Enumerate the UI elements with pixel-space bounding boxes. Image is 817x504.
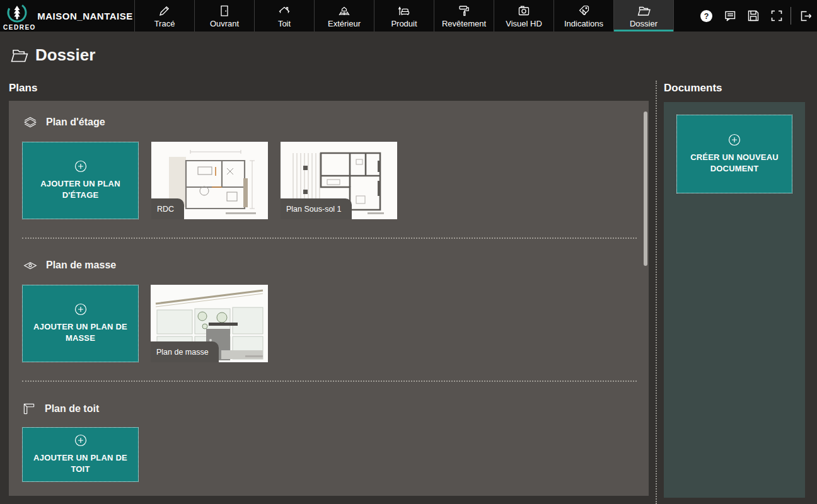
section-separator bbox=[22, 238, 637, 239]
add-button-label: AJOUTER UN PLAN DE MASSE bbox=[23, 321, 138, 343]
section-plan-masse-header: Plan de masse bbox=[22, 258, 116, 273]
add-icon bbox=[728, 134, 741, 146]
tab-indications[interactable]: Indications bbox=[553, 0, 613, 32]
thumbnail-label: Plan de masse bbox=[151, 341, 219, 362]
top-bar: CEDREO MAISON_NANTAISE Tracé Ouvrant bbox=[0, 0, 817, 32]
save-button[interactable] bbox=[741, 0, 765, 32]
cedreo-logo-icon bbox=[4, 2, 31, 25]
tab-produit[interactable]: Produit bbox=[374, 0, 434, 32]
floor-plan-thumbnail-sous-sol[interactable]: Plan Sous-sol 1 bbox=[281, 142, 397, 219]
section-separator bbox=[22, 381, 637, 382]
add-button-label: AJOUTER UN PLAN D'ÉTAGE bbox=[23, 178, 138, 200]
main-tabs: Tracé Ouvrant Toit Extérieur bbox=[134, 0, 674, 32]
topbar-actions: ? bbox=[695, 0, 817, 32]
tab-label: Tracé bbox=[154, 19, 175, 28]
thumbnail-label: Plan Sous-sol 1 bbox=[281, 198, 352, 219]
folder-icon bbox=[636, 4, 651, 18]
fullscreen-icon bbox=[770, 9, 784, 23]
camera-icon bbox=[517, 4, 531, 18]
create-document-label: CRÉER UN NOUVEAU DOCUMENT bbox=[677, 152, 792, 174]
tab-label: Visuel HD bbox=[506, 19, 542, 28]
add-button-label: AJOUTER UN PLAN DE TOIT bbox=[23, 452, 138, 474]
section-title: Plan de masse bbox=[46, 260, 116, 271]
section-plan-etage-header: Plan d'étage bbox=[22, 115, 105, 130]
folder-open-icon bbox=[9, 47, 29, 64]
roof-corner-icon bbox=[21, 401, 37, 416]
help-icon: ? bbox=[699, 9, 714, 23]
pencil-icon bbox=[158, 4, 171, 18]
section-plan-toit-header: Plan de toit bbox=[21, 401, 99, 416]
floor-plan-thumbnail-rdc[interactable]: RDC bbox=[151, 142, 268, 219]
svg-text:?: ? bbox=[704, 12, 709, 21]
cedreo-logo[interactable]: CEDREO bbox=[3, 1, 37, 32]
add-icon bbox=[74, 160, 87, 173]
page-title: Dossier bbox=[35, 45, 95, 65]
panel-divider bbox=[656, 81, 657, 504]
furniture-icon bbox=[397, 4, 411, 18]
tab-ouvrant[interactable]: Ouvrant bbox=[194, 0, 254, 32]
feedback-button[interactable] bbox=[718, 0, 741, 32]
site-plan-thumbnail[interactable]: Plan de masse bbox=[151, 285, 268, 362]
section-title: Plan de toit bbox=[45, 403, 99, 415]
exit-icon bbox=[798, 9, 813, 23]
tab-trace[interactable]: Tracé bbox=[134, 0, 194, 32]
tab-label: Revêtement bbox=[442, 19, 486, 28]
project-name[interactable]: MAISON_NANTAISE bbox=[37, 0, 134, 32]
tab-dossier[interactable]: Dossier bbox=[613, 0, 673, 32]
plans-panel: Plan d'étage AJOUTER UN PLAN D'ÉTAGE bbox=[9, 101, 649, 496]
site-plan-icon bbox=[22, 258, 38, 273]
tab-toit[interactable]: Toit bbox=[254, 0, 314, 32]
add-floor-plan-button[interactable]: AJOUTER UN PLAN D'ÉTAGE bbox=[22, 142, 139, 219]
door-icon bbox=[217, 4, 231, 18]
tab-exterieur[interactable]: Extérieur bbox=[314, 0, 374, 32]
tab-label: Dossier bbox=[630, 19, 658, 28]
add-roof-plan-button[interactable]: AJOUTER UN PLAN DE TOIT bbox=[22, 427, 139, 482]
add-icon bbox=[74, 303, 87, 316]
documents-panel: CRÉER UN NOUVEAU DOCUMENT bbox=[664, 102, 805, 498]
exterior-icon bbox=[337, 4, 351, 18]
roof-icon bbox=[277, 4, 291, 18]
tab-revetement[interactable]: Revêtement bbox=[434, 0, 494, 32]
tags-icon bbox=[577, 4, 591, 18]
paint-roller-icon bbox=[457, 4, 471, 18]
save-icon bbox=[746, 9, 760, 23]
documents-header: Documents bbox=[664, 82, 722, 94]
page-header: Dossier bbox=[9, 45, 95, 65]
tab-label: Toit bbox=[278, 19, 291, 28]
help-button[interactable]: ? bbox=[695, 0, 718, 32]
add-icon bbox=[74, 434, 87, 447]
create-document-button[interactable]: CRÉER UN NOUVEAU DOCUMENT bbox=[676, 115, 792, 193]
topbar-divider bbox=[791, 7, 791, 25]
tab-visuel-hd[interactable]: Visuel HD bbox=[494, 0, 553, 32]
tab-label: Extérieur bbox=[328, 19, 361, 28]
plans-header: Plans bbox=[9, 82, 37, 94]
exit-button[interactable] bbox=[794, 0, 817, 32]
add-site-plan-button[interactable]: AJOUTER UN PLAN DE MASSE bbox=[22, 285, 139, 362]
fullscreen-button[interactable] bbox=[765, 0, 788, 32]
speech-bubble-icon bbox=[723, 9, 737, 23]
plans-scrollbar[interactable] bbox=[644, 112, 647, 266]
cedreo-app: CEDREO MAISON_NANTAISE Tracé Ouvrant bbox=[0, 0, 817, 504]
tab-label: Ouvrant bbox=[210, 19, 239, 28]
tab-label: Produit bbox=[391, 19, 417, 28]
section-title: Plan d'étage bbox=[46, 117, 105, 128]
layers-icon bbox=[22, 115, 38, 130]
thumbnail-label: RDC bbox=[151, 198, 184, 219]
tab-label: Indications bbox=[564, 19, 603, 28]
brand-name: CEDREO bbox=[1, 24, 38, 31]
